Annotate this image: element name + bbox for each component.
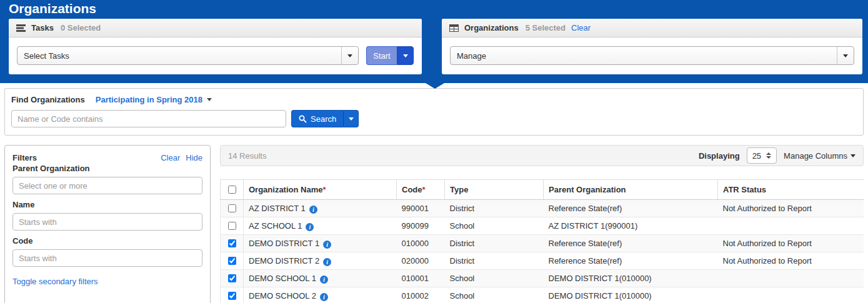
type-cell: School — [445, 217, 544, 235]
column-header-organization-name[interactable]: Organization Name* — [244, 180, 397, 200]
scope-dropdown[interactable]: Participating in Spring 2018 — [96, 95, 212, 104]
search-caret-button[interactable] — [343, 110, 359, 127]
clear-selection-link[interactable]: Clear — [571, 23, 591, 32]
atr-status-cell: Not Authorized to Report — [718, 200, 864, 217]
parent-organization-filter-input[interactable] — [12, 177, 202, 194]
chevron-down-icon — [207, 98, 212, 101]
tasks-panel-body: Select Tasks Start — [9, 37, 422, 74]
column-header-type[interactable]: Type — [445, 180, 544, 200]
organizations-panel-body: Manage — [442, 37, 862, 74]
tasks-selected-count: 0 Selected — [61, 23, 101, 32]
manage-dropdown-value: Manage — [451, 47, 837, 64]
info-icon[interactable]: i — [306, 223, 314, 231]
chevron-down-icon — [851, 154, 856, 157]
search-icon — [299, 115, 307, 123]
filter-label-name: Name — [12, 200, 202, 209]
row-checkbox[interactable] — [228, 292, 236, 300]
row-checkbox-cell — [221, 287, 244, 303]
type-cell: School — [445, 270, 544, 287]
row-checkbox[interactable] — [228, 239, 236, 247]
results-count: 14 Results — [228, 151, 266, 161]
row-checkbox-cell — [221, 270, 244, 287]
organizations-table: Organization Name* Code* Type Parent Org… — [220, 179, 864, 303]
row-checkbox[interactable] — [228, 222, 236, 230]
select-tasks-caret-button[interactable] — [341, 47, 358, 64]
filters-panel: Filters Clear Hide Parent Organization N… — [4, 145, 211, 303]
code-cell: 990099 — [397, 217, 445, 235]
atr-status-cell: Not Authorized to Report — [718, 235, 864, 252]
toggle-secondary-filters-link[interactable]: Toggle secondary filters — [12, 277, 98, 286]
tasks-panel: Tasks 0 Selected Select Tasks Start — [9, 19, 422, 74]
organization-name: AZ SCHOOL 1 — [249, 221, 302, 231]
start-split-button: Start — [366, 46, 414, 65]
org-table-body: AZ DISTRICT 1i990001DistrictReference St… — [221, 200, 864, 303]
organization-name-cell: DEMO DISTRICT 1i — [244, 235, 397, 252]
table-row: DEMO SCHOOL 1i010001SchoolDEMO DISTRICT … — [221, 270, 864, 287]
select-tasks-dropdown[interactable]: Select Tasks — [17, 46, 359, 65]
row-checkbox-cell — [221, 217, 244, 235]
parent-organization-cell: Reference State(ref) — [544, 200, 718, 217]
results-bar-controls: Displaying 25 Manage Columns — [699, 147, 856, 164]
organization-name-cell: AZ DISTRICT 1i — [244, 200, 397, 217]
required-asterisk: * — [422, 185, 426, 194]
search-split-button: Search — [291, 110, 359, 127]
table-row: DEMO DISTRICT 1i010000DistrictReference … — [221, 235, 864, 252]
required-asterisk: * — [322, 185, 326, 194]
manage-columns-button[interactable]: Manage Columns — [784, 151, 856, 161]
organizations-panel-title: Organizations — [464, 23, 519, 32]
tasks-panel-header: Tasks 0 Selected — [9, 19, 422, 37]
organizations-selected-count: 5 Selected — [526, 23, 566, 32]
row-checkbox[interactable] — [228, 204, 236, 212]
filters-clear-link[interactable]: Clear — [161, 153, 180, 162]
organization-name: AZ DISTRICT 1 — [249, 204, 306, 213]
info-icon[interactable]: i — [323, 258, 331, 266]
filters-links: Clear Hide — [161, 153, 202, 162]
find-organizations-panel: Find Organizations Participating in Spri… — [4, 88, 864, 136]
search-input[interactable] — [11, 110, 286, 127]
name-filter-input[interactable] — [12, 213, 202, 231]
atr-status-cell — [718, 287, 864, 303]
table-row: DEMO SCHOOL 2i010002SchoolDEMO DISTRICT … — [221, 287, 864, 303]
filters-title: Filters — [12, 153, 37, 162]
parent-organization-cell: Reference State(ref) — [544, 235, 718, 252]
search-button-label: Search — [311, 114, 336, 124]
parent-organization-cell: AZ DISTRICT 1(990001) — [544, 217, 718, 235]
type-cell: District — [445, 200, 544, 217]
organization-name: DEMO DISTRICT 2 — [249, 256, 319, 266]
info-icon[interactable]: i — [309, 206, 317, 214]
info-icon[interactable]: i — [320, 293, 328, 301]
atr-status-cell — [718, 217, 864, 235]
parent-organization-cell: DEMO DISTRICT 1(010000) — [544, 270, 718, 287]
organization-name-cell: DEMO DISTRICT 2i — [244, 252, 397, 270]
info-icon[interactable]: i — [323, 241, 331, 249]
manage-columns-label: Manage Columns — [784, 151, 847, 161]
column-header-atr-status[interactable]: ATR Status — [718, 180, 864, 200]
tasks-panel-title: Tasks — [31, 23, 54, 32]
type-cell: School — [445, 287, 544, 303]
start-caret-button[interactable] — [397, 46, 414, 65]
manage-dropdown-caret-button[interactable] — [837, 47, 854, 64]
column-header-label: Code — [402, 185, 422, 194]
manage-dropdown[interactable]: Manage — [450, 46, 854, 65]
column-header-code[interactable]: Code* — [397, 180, 445, 200]
filter-label-parent-organization: Parent Organization — [12, 164, 202, 173]
filters-hide-link[interactable]: Hide — [186, 153, 202, 162]
select-all-checkbox[interactable] — [228, 186, 236, 194]
search-button[interactable]: Search — [291, 110, 343, 127]
stepper-icon — [766, 152, 771, 159]
start-button[interactable]: Start — [366, 46, 397, 65]
type-cell: District — [445, 252, 544, 270]
column-header-parent-organization[interactable]: Parent Organization — [544, 180, 718, 200]
code-cell: 010000 — [397, 235, 445, 252]
row-checkbox[interactable] — [228, 274, 236, 282]
search-row: Search — [11, 110, 857, 127]
row-checkbox[interactable] — [228, 257, 236, 265]
info-icon[interactable]: i — [320, 276, 328, 284]
organization-name: DEMO SCHOOL 1 — [249, 274, 316, 283]
chevron-down-icon — [349, 117, 354, 121]
page-size-select[interactable]: 25 — [747, 147, 777, 164]
results-section: 14 Results Displaying 25 Manage Columns — [220, 145, 864, 303]
table-row: DEMO DISTRICT 2i020000DistrictReference … — [221, 252, 864, 270]
row-checkbox-cell — [221, 200, 244, 217]
code-filter-input[interactable] — [12, 249, 202, 267]
